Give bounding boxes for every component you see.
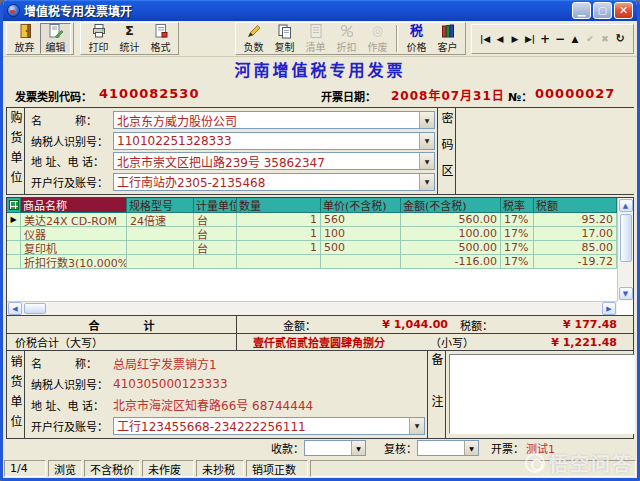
minimize-button[interactable]: ▁ [572, 2, 591, 19]
nav-first-button[interactable]: |◀ [478, 31, 492, 47]
negative-invoice-button[interactable]: 负数 [238, 23, 269, 54]
chevron-down-icon[interactable]: ▼ [464, 441, 478, 455]
nav-refresh-button[interactable]: ↻ [613, 31, 627, 47]
buyer-address-combobox[interactable]: 北京市崇文区把山路239号 35862347 ▼ [113, 152, 435, 170]
buyer-address-value[interactable]: 北京市崇文区把山路239号 35862347 [114, 153, 419, 170]
buyer-bank-combobox[interactable]: 工行南站办2305-2135468 ▼ [113, 173, 435, 191]
col-header-unit[interactable]: 计量单位 [194, 198, 237, 213]
buyer-name-value[interactable]: 北京东方威力股份公司 [114, 112, 419, 129]
horizontal-scrollbar[interactable]: ◀ ▶ [7, 301, 617, 315]
cell-rate[interactable]: 17% [501, 255, 534, 269]
scroll-right-icon[interactable]: ▶ [602, 302, 616, 315]
cell-tax[interactable]: 85.00 [534, 241, 617, 255]
row-selector[interactable] [7, 227, 21, 241]
row-selector[interactable] [7, 255, 21, 269]
chevron-down-icon[interactable]: ▼ [419, 112, 434, 128]
col-header-amount[interactable]: 金额(不含税) [401, 198, 501, 213]
nav-delete-button[interactable]: − [553, 31, 567, 47]
cell-price[interactable]: 500 [321, 241, 401, 255]
cell-qty[interactable]: 1 [237, 241, 321, 255]
seller-bank-value[interactable]: 工行123455668-234222256111 [114, 417, 409, 434]
vertical-scrollbar[interactable]: ▲ ▼ [617, 198, 633, 301]
cell-spec[interactable]: 24倍速 [127, 213, 194, 227]
buyer-taxid-value[interactable]: 110102251328333 [114, 134, 419, 148]
cell-amount[interactable]: 560.00 [401, 213, 501, 227]
seller-bank-combobox[interactable]: 工行123455668-234222256111 ▼ [113, 417, 425, 435]
table-row[interactable]: 仪器 台 1 100 100.00 17% 17.00 [7, 227, 617, 241]
table-row[interactable]: ▶ 美达24X CD-ROM 24倍速 台 1 560 560.00 17% 9… [7, 213, 617, 227]
tax-price-button[interactable]: 税 价格 [401, 23, 432, 54]
cell-amount[interactable]: 500.00 [401, 241, 501, 255]
chevron-down-icon[interactable]: ▼ [409, 418, 424, 434]
cell-rate[interactable]: 17% [501, 213, 534, 227]
cell-product[interactable]: 折扣行数3(10.000%) [21, 255, 127, 269]
cell-tax[interactable]: 17.00 [534, 227, 617, 241]
list-button[interactable]: 清单 [300, 23, 331, 54]
abandon-button[interactable]: 放弃 [9, 23, 40, 54]
customer-button[interactable]: 客户 [432, 23, 463, 54]
cell-price[interactable] [321, 255, 401, 269]
col-header-qty[interactable]: 数量 [237, 198, 321, 213]
reviewer-combobox[interactable]: ▼ [417, 440, 479, 456]
col-header-price[interactable]: 单价(不含税) [321, 198, 401, 213]
cell-tax[interactable]: 95.20 [534, 213, 617, 227]
cell-amount[interactable]: -116.00 [401, 255, 501, 269]
payee-combobox[interactable]: ▼ [304, 440, 366, 456]
scroll-up-icon[interactable]: ▲ [619, 199, 633, 212]
table-row-discount[interactable]: 折扣行数3(10.000%) -116.00 17% -19.72 [7, 255, 617, 269]
scroll-left-icon[interactable]: ◀ [8, 302, 22, 315]
buyer-taxid-combobox[interactable]: 110102251328333 ▼ [113, 132, 435, 150]
nav-post-button[interactable]: ✔ [583, 31, 597, 47]
nav-insert-button[interactable]: + [538, 31, 552, 47]
cell-price[interactable]: 560 [321, 213, 401, 227]
vertical-scroll-thumb[interactable] [620, 214, 632, 262]
scroll-down-icon[interactable]: ▼ [619, 287, 633, 300]
cell-unit[interactable]: 台 [194, 241, 237, 255]
table-select-all-cell[interactable] [7, 198, 21, 213]
cell-unit[interactable] [194, 255, 237, 269]
col-header-spec[interactable]: 规格型号 [127, 198, 194, 213]
cell-qty[interactable] [237, 255, 321, 269]
cell-unit[interactable]: 台 [194, 227, 237, 241]
nav-cancel-button[interactable]: ✖ [598, 31, 612, 47]
table-row[interactable]: 复印机 台 1 500 500.00 17% 85.00 [7, 241, 617, 255]
cell-tax[interactable]: -19.72 [534, 255, 617, 269]
row-selector[interactable] [7, 241, 21, 255]
cell-rate[interactable]: 17% [501, 227, 534, 241]
col-header-tax[interactable]: 税额 [534, 198, 617, 213]
nav-last-button[interactable]: ▶| [523, 31, 537, 47]
maximize-button[interactable]: ▢ [593, 2, 612, 19]
chevron-down-icon[interactable]: ▼ [419, 153, 434, 169]
cell-product[interactable]: 仪器 [21, 227, 127, 241]
nav-next-button[interactable]: ▶ [508, 31, 522, 47]
cell-qty[interactable]: 1 [237, 227, 321, 241]
col-header-rate[interactable]: 税率 [501, 198, 534, 213]
cell-spec[interactable] [127, 241, 194, 255]
cell-product[interactable]: 复印机 [21, 241, 127, 255]
cell-qty[interactable]: 1 [237, 213, 321, 227]
copy-invoice-button[interactable]: 复制 [269, 23, 300, 54]
edit-button[interactable]: 编辑 [40, 23, 71, 54]
print-button[interactable]: 打印 [83, 23, 114, 54]
nav-edit-button[interactable]: ▲ [568, 31, 582, 47]
statistics-button[interactable]: Σ 统计 [114, 23, 145, 54]
cell-spec[interactable] [127, 227, 194, 241]
cell-amount[interactable]: 100.00 [401, 227, 501, 241]
col-header-product[interactable]: 商品名称 [21, 198, 127, 213]
chevron-down-icon[interactable]: ▼ [419, 133, 434, 149]
close-button[interactable]: ✕ [614, 2, 633, 19]
nav-prior-button[interactable]: ◀ [493, 31, 507, 47]
void-button[interactable]: ◎ 作废 [362, 23, 393, 54]
format-button[interactable]: 格式 [145, 23, 176, 54]
buyer-bank-value[interactable]: 工行南站办2305-2135468 [114, 173, 419, 190]
remark-textarea[interactable] [449, 354, 635, 434]
cell-rate[interactable]: 17% [501, 241, 534, 255]
discount-button[interactable]: 折扣 [331, 23, 362, 54]
cell-price[interactable]: 100 [321, 227, 401, 241]
chevron-down-icon[interactable]: ▼ [351, 441, 365, 455]
buyer-name-combobox[interactable]: 北京东方威力股份公司 ▼ [113, 111, 435, 129]
chevron-down-icon[interactable]: ▼ [419, 174, 434, 190]
horizontal-scroll-thumb[interactable] [24, 303, 46, 314]
cell-spec[interactable] [127, 255, 194, 269]
cell-product[interactable]: 美达24X CD-ROM [21, 213, 127, 227]
